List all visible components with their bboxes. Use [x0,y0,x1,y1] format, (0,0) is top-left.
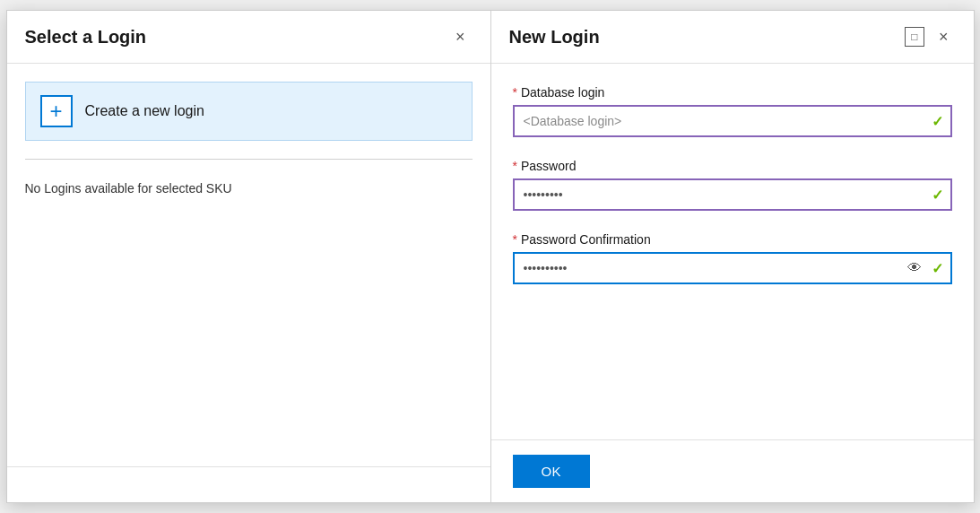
minimize-button[interactable]: □ [905,27,924,47]
password-confirmation-field-group: * Password Confirmation 👁 ✓ [513,232,952,284]
divider [25,159,473,160]
left-panel: Select a Login × + Create a new login No… [7,11,491,502]
create-new-login-item[interactable]: + Create a new login [25,82,473,141]
ok-button[interactable]: OK [513,455,590,488]
password-confirmation-label-text: Password Confirmation [521,232,651,247]
database-login-label-row: * Database login [513,85,952,100]
database-login-input-wrapper: ✓ [513,105,952,137]
password-confirmation-required-star: * [513,232,517,247]
database-login-label-text: Database login [521,85,604,100]
no-logins-text: No Logins available for selected SKU [25,178,473,199]
right-panel-title: New Login [509,27,600,48]
right-header-controls: □ × [905,25,956,48]
password-input[interactable] [513,178,952,211]
create-login-label: Create a new login [85,103,204,119]
plus-icon-box: + [40,95,73,127]
password-label-row: * Password [513,159,952,173]
password-input-wrapper: ✓ [513,178,952,211]
password-label-text: Password [521,159,576,173]
password-confirmation-label-row: * Password Confirmation [513,232,952,247]
left-footer [7,466,490,502]
database-login-field-group: * Database login ✓ [513,85,952,137]
right-panel: New Login □ × * Database login ✓ [491,11,974,502]
left-panel-title: Select a Login [25,27,147,48]
left-content: + Create a new login No Logins available… [7,64,490,466]
left-close-button[interactable]: × [448,25,473,48]
password-field-group: * Password ✓ [513,159,952,211]
eye-icon[interactable]: 👁 [907,260,922,276]
database-login-required-star: * [513,85,517,100]
plus-icon: + [49,100,62,122]
password-confirmation-input[interactable] [513,252,952,284]
password-required-star: * [513,159,517,173]
right-content: * Database login ✓ * Password ✓ [491,64,974,439]
database-login-input[interactable] [513,105,952,137]
left-header: Select a Login × [7,11,490,64]
right-close-button[interactable]: × [932,25,956,48]
right-footer: OK [491,439,974,502]
dialog-wrapper: Select a Login × + Create a new login No… [6,10,975,503]
password-confirmation-input-wrapper: 👁 ✓ [513,252,952,284]
right-header: New Login □ × [491,11,974,64]
